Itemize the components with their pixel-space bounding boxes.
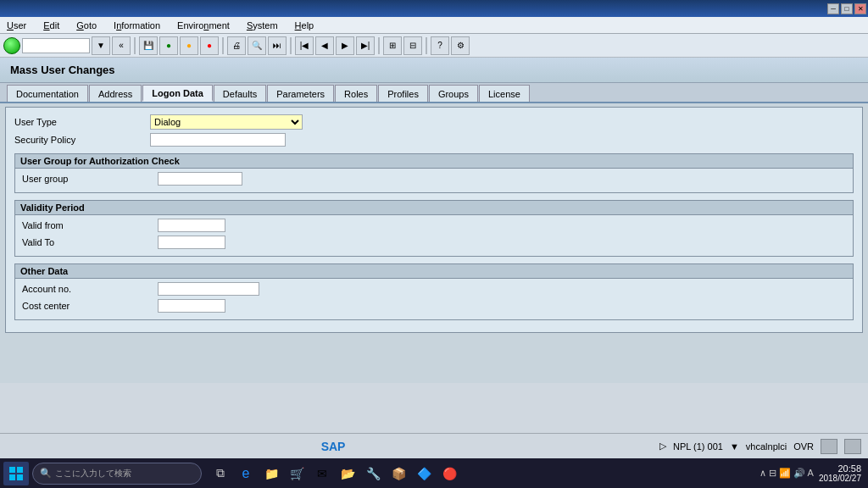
taskbar-icons: ∧ ⊟ 📶 🔊 A: [760, 468, 814, 479]
back-btn[interactable]: «: [112, 36, 131, 55]
find-btn[interactable]: 🔍: [248, 36, 266, 55]
user-type-select[interactable]: Dialog: [150, 114, 303, 130]
valid-from-input[interactable]: [158, 219, 225, 232]
mail-btn[interactable]: ✉: [310, 462, 334, 485]
shortcut-btn2[interactable]: ●: [180, 36, 198, 55]
valid-to-label: Valid To: [22, 237, 158, 247]
minimize-button[interactable]: ─: [827, 3, 839, 14]
user-type-label: User Type: [14, 117, 150, 127]
validity-section: Validity Period Valid from Valid To: [14, 200, 854, 257]
other-data-body: Account no. Cost center: [15, 279, 853, 319]
tab-address[interactable]: Address: [89, 85, 142, 102]
valid-to-input[interactable]: [158, 236, 225, 249]
maximize-button[interactable]: □: [841, 3, 853, 14]
menu-edit[interactable]: Edit: [40, 17, 63, 33]
app8-btn[interactable]: 🔷: [412, 462, 436, 485]
status-btn1[interactable]: [821, 439, 837, 454]
layout-btn1[interactable]: ⊞: [383, 36, 402, 55]
tab-profiles[interactable]: Profiles: [378, 85, 428, 102]
account-no-label: Account no.: [22, 284, 158, 294]
status-btn2[interactable]: [844, 439, 861, 454]
nav-prev[interactable]: ◀: [315, 36, 334, 55]
nav-first[interactable]: |◀: [295, 36, 314, 55]
separator-4: [378, 37, 380, 54]
sap-logo: SAP: [321, 440, 346, 453]
store-btn[interactable]: 🛒: [285, 462, 309, 485]
shortcut-btn1[interactable]: ●: [159, 36, 178, 55]
user-group-body: User group: [15, 169, 853, 192]
cost-center-row: Cost center: [22, 299, 846, 313]
layout-btn2[interactable]: ⊟: [403, 36, 422, 55]
dropdown-btn[interactable]: ▼: [92, 36, 110, 55]
user-group-row: User group: [22, 172, 846, 186]
tab-documentation[interactable]: Documentation: [7, 85, 88, 102]
tabs-bar: Documentation Address Logon Data Default…: [0, 83, 868, 103]
status-right: ▷ NPL (1) 001 ▼ vhcalnplci OVR: [659, 439, 861, 454]
tab-roles[interactable]: Roles: [335, 85, 377, 102]
tab-groups[interactable]: Groups: [429, 85, 478, 102]
menu-user[interactable]: User: [3, 17, 30, 33]
menu-goto[interactable]: Goto: [73, 17, 100, 33]
nav-last[interactable]: ▶|: [356, 36, 375, 55]
customize-btn[interactable]: ⚙: [451, 36, 470, 55]
taskbar-time: 20:58: [837, 463, 861, 474]
help-btn[interactable]: ?: [431, 36, 449, 55]
nav-next[interactable]: ▶: [336, 36, 354, 55]
app7-btn[interactable]: 📦: [387, 462, 410, 485]
taskbar-apps: ⧉ e 📁 🛒 ✉ 📂 🔧 📦 🔷 🔴: [209, 462, 461, 485]
svg-rect-3: [17, 474, 23, 480]
explorer-btn[interactable]: 📁: [259, 462, 283, 485]
security-policy-row: Security Policy: [14, 133, 854, 147]
close-button[interactable]: ✕: [854, 3, 866, 14]
user-type-row: User Type Dialog: [14, 114, 854, 130]
menu-help[interactable]: Help: [292, 17, 318, 33]
ovr-mode: OVR: [793, 441, 814, 452]
save-btn[interactable]: 💾: [139, 36, 158, 55]
tab-license[interactable]: License: [479, 85, 530, 102]
edge-btn[interactable]: e: [234, 462, 258, 485]
app6-btn[interactable]: 🔧: [361, 462, 385, 485]
page-title-bar: Mass User Changes: [0, 58, 868, 83]
cost-center-input[interactable]: [158, 299, 225, 313]
tab-parameters[interactable]: Parameters: [267, 85, 334, 102]
svg-rect-2: [9, 474, 15, 480]
user-group-input[interactable]: [158, 172, 242, 186]
window-controls: ─ □ ✕: [827, 3, 866, 14]
search-icon: 🔍: [40, 468, 52, 479]
security-policy-input[interactable]: [150, 133, 286, 147]
menu-information[interactable]: Information: [110, 17, 164, 33]
user-group-header: User Group for Authorization Check: [15, 154, 853, 169]
valid-from-label: Valid from: [22, 220, 158, 230]
title-bar: ─ □ ✕: [0, 0, 868, 17]
status-indicator: [3, 37, 20, 54]
start-button[interactable]: [3, 462, 29, 485]
other-data-section: Other Data Account no. Cost center: [14, 263, 854, 320]
account-no-input[interactable]: [158, 282, 259, 296]
separator-5: [426, 37, 427, 54]
taskbar-right: ∧ ⊟ 📶 🔊 A 20:58 2018/02/27: [760, 463, 865, 483]
command-field[interactable]: [22, 38, 90, 53]
security-policy-label: Security Policy: [14, 135, 150, 145]
valid-to-row: Valid To: [22, 236, 846, 249]
menu-system[interactable]: System: [243, 17, 281, 33]
print-btn[interactable]: 🖨: [227, 36, 246, 55]
validity-body: Valid from Valid To: [15, 215, 853, 256]
menu-environment[interactable]: Environment: [174, 17, 233, 33]
other-data-header: Other Data: [15, 264, 853, 279]
taskview-btn[interactable]: ⧉: [209, 462, 232, 485]
taskbar-search[interactable]: 🔍 ここに入力して検索: [32, 463, 202, 485]
app9-btn[interactable]: 🔴: [437, 462, 461, 485]
tab-defaults[interactable]: Defaults: [214, 85, 266, 102]
find-next-btn[interactable]: ⏭: [268, 36, 287, 55]
shortcut-btn3[interactable]: ●: [200, 36, 219, 55]
valid-from-row: Valid from: [22, 219, 846, 232]
separator-1: [134, 37, 136, 54]
search-placeholder: ここに入力して検索: [55, 468, 131, 480]
validity-header: Validity Period: [15, 201, 853, 215]
svg-rect-0: [9, 467, 15, 473]
tab-logon-data[interactable]: Logon Data: [142, 85, 213, 102]
app5-btn[interactable]: 📂: [336, 462, 359, 485]
account-no-row: Account no.: [22, 282, 846, 296]
user-group-section: User Group for Authorization Check User …: [14, 153, 854, 193]
svg-rect-1: [17, 467, 23, 473]
